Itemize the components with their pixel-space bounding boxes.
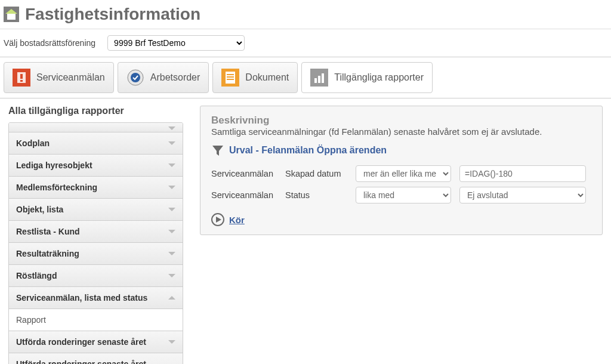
filter-value-input[interactable] xyxy=(459,165,586,182)
tab-label: Arbetsorder xyxy=(150,72,200,83)
urval-title: Urval - Felanmälan Öppna ärenden xyxy=(229,145,387,156)
association-label: Välj bostadsrättsförening xyxy=(4,38,95,48)
association-select[interactable]: 9999 Brf TestDemo xyxy=(107,35,245,51)
checkmark-badge-icon xyxy=(126,69,144,87)
filter-entity: Serviceanmälan xyxy=(211,169,277,178)
filter-row-status: Serviceanmälan Status lika med Ej avslut… xyxy=(211,187,591,203)
sidebar-item-label: Röstlängd xyxy=(16,271,57,280)
sidebar-item-utforda1[interactable]: Utförda ronderinger senaste året xyxy=(9,331,183,353)
filter-operator-select[interactable]: lika med xyxy=(356,187,451,203)
tabs-bar: Serviceanmälan Arbetsorder Dokument Till… xyxy=(0,57,611,98)
svg-rect-11 xyxy=(227,74,234,75)
svg-point-8 xyxy=(131,73,140,82)
svg-rect-12 xyxy=(227,76,234,78)
filter-row-datum: Serviceanmälan Skapad datum mer än eller… xyxy=(211,165,591,182)
svg-rect-2 xyxy=(7,14,16,20)
tab-label: Tillgängliga rapporter xyxy=(334,72,424,83)
svg-rect-15 xyxy=(314,78,317,83)
report-accordion: Kodplan Lediga hyresobjekt Medlemsförtec… xyxy=(8,122,183,364)
sidebar-item-lediga[interactable]: Lediga hyresobjekt xyxy=(9,155,183,177)
chevron-down-icon xyxy=(168,340,175,344)
run-row: Kör xyxy=(211,213,591,226)
chevron-down-icon xyxy=(168,141,175,145)
tab-serviceanmalan[interactable]: Serviceanmälan xyxy=(4,62,114,93)
sidebar-item-label: Utförda ronderinger senaste året xyxy=(16,337,146,347)
tab-dokument[interactable]: Dokument xyxy=(212,62,298,93)
tab-arbetsorder[interactable]: Arbetsorder xyxy=(118,62,209,93)
filter-field: Status xyxy=(285,190,347,200)
svg-rect-13 xyxy=(227,79,234,80)
tab-label: Dokument xyxy=(245,72,289,83)
sidebar-item-objekt[interactable]: Objekt, lista xyxy=(9,199,183,221)
sidebar-item-label: Kodplan xyxy=(16,138,50,148)
sidebar-item-restlista[interactable]: Restlista - Kund xyxy=(9,221,183,243)
description-text: Samtliga serviceanmälningar (fd Felanmäl… xyxy=(211,127,591,137)
chevron-up-icon xyxy=(168,296,175,300)
sidebar-item-serviceanmalan[interactable]: Serviceanmälan, lista med status xyxy=(9,287,183,309)
description-label: Beskrivning xyxy=(211,115,591,127)
chevron-down-icon xyxy=(168,127,175,130)
sidebar-subitem-label: Rapport xyxy=(16,315,46,325)
sidebar-item-label: Restlista - Kund xyxy=(16,227,80,236)
sidebar-item-truncated[interactable] xyxy=(9,123,183,132)
sidebar-item-rostlangd[interactable]: Röstlängd xyxy=(9,265,183,287)
svg-rect-6 xyxy=(20,80,23,82)
sidebar-item-label: Resultaträkning xyxy=(16,249,79,258)
chevron-down-icon xyxy=(168,230,175,233)
svg-marker-18 xyxy=(212,146,223,156)
main-content: Alla tillgängliga rapporter Kodplan Ledi… xyxy=(0,98,611,364)
chart-icon xyxy=(310,69,328,87)
sidebar-item-resultat[interactable]: Resultaträkning xyxy=(9,243,183,265)
page-header: Fastighetsinformation xyxy=(0,0,611,29)
svg-rect-16 xyxy=(318,76,320,83)
report-panel: Beskrivning Samtliga serviceanmälningar … xyxy=(200,106,603,235)
sidebar-item-label: Utförda ronderinger senaste året med avv… xyxy=(16,359,159,364)
page-title: Fastighetsinformation xyxy=(25,5,200,24)
filter-field: Skapad datum xyxy=(285,169,347,178)
chevron-down-icon xyxy=(168,164,175,167)
sidebar-item-utforda2[interactable]: Utförda ronderinger senaste året med avv… xyxy=(9,353,183,364)
sidebar-item-label: Lediga hyresobjekt xyxy=(16,161,92,170)
filter-entity: Serviceanmälan xyxy=(211,190,277,200)
sidebar-item-label: Serviceanmälan, lista med status xyxy=(16,293,147,303)
sidebar-item-medlems[interactable]: Medlemsförteckning xyxy=(9,177,183,199)
sidebar-item-label: Medlemsförteckning xyxy=(16,183,97,192)
play-icon[interactable] xyxy=(211,213,224,226)
sidebar-column: Alla tillgängliga rapporter Kodplan Ledi… xyxy=(8,106,183,364)
sidebar-subitem-rapport[interactable]: Rapport xyxy=(9,309,183,331)
chevron-down-icon xyxy=(168,274,175,277)
filter-value-select[interactable]: Ej avslutad xyxy=(459,187,586,203)
run-link[interactable]: Kör xyxy=(229,215,245,225)
sidebar-item-label: Objekt, lista xyxy=(16,205,63,214)
chevron-down-icon xyxy=(168,252,175,255)
chevron-down-icon xyxy=(168,186,175,189)
tab-rapporter[interactable]: Tillgängliga rapporter xyxy=(301,62,433,93)
document-icon xyxy=(221,69,239,87)
svg-marker-20 xyxy=(216,217,221,223)
exclamation-icon xyxy=(13,69,30,87)
tab-label: Serviceanmälan xyxy=(36,72,105,83)
section-title: Alla tillgängliga rapporter xyxy=(8,106,183,116)
svg-rect-5 xyxy=(20,74,23,79)
home-logo-icon xyxy=(4,7,19,22)
sidebar-item-kodplan[interactable]: Kodplan xyxy=(9,132,183,155)
funnel-icon xyxy=(211,144,224,157)
filter-operator-select[interactable]: mer än eller lika med xyxy=(356,165,451,182)
chevron-down-icon xyxy=(168,208,175,211)
svg-rect-17 xyxy=(322,73,324,83)
association-selector-row: Välj bostadsrättsförening 9999 Brf TestD… xyxy=(0,29,611,57)
urval-header: Urval - Felanmälan Öppna ärenden xyxy=(211,144,591,157)
